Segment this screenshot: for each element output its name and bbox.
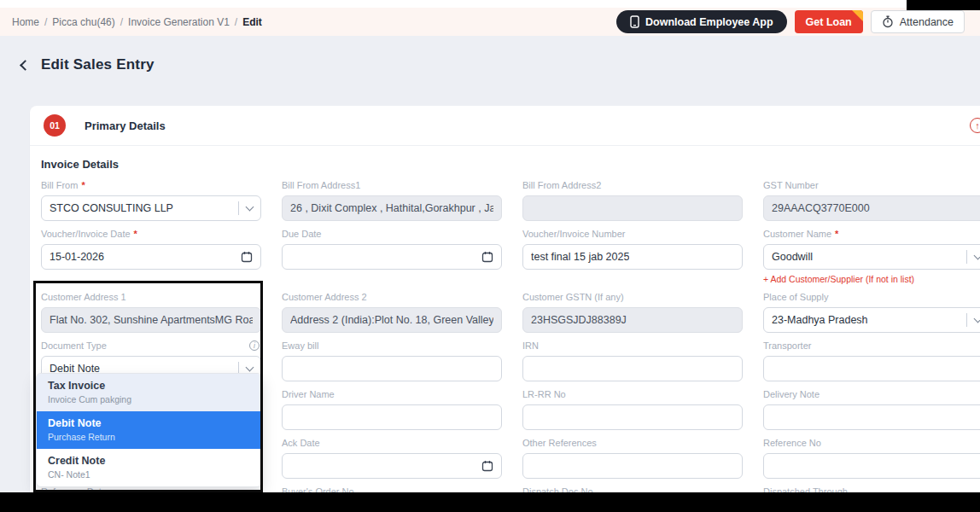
field-label: Ack Date bbox=[282, 438, 320, 448]
gst-number-input: 29AAACQ3770E000 bbox=[763, 195, 980, 221]
calendar-icon bbox=[481, 251, 493, 263]
attendance-button[interactable]: Attendance bbox=[871, 10, 965, 33]
page-title: Edit Sales Entry bbox=[41, 56, 155, 73]
field-lr-rr-no: LR-RR No bbox=[522, 388, 743, 430]
field-label: Customer GSTN (If any) bbox=[522, 292, 624, 302]
field-label: Customer Name bbox=[763, 229, 831, 239]
breadcrumb-section[interactable]: Invoice Generation V1 bbox=[128, 16, 230, 28]
field-label: Place of Supply bbox=[763, 292, 828, 302]
add-customer-link[interactable]: + Add Customer/Supplier (If not in list) bbox=[763, 274, 980, 284]
field-voucher-invoice-date: Voucher/Invoice Date* 15-01-2026 bbox=[41, 228, 261, 284]
collapse-up-arrow-icon[interactable]: ↑ bbox=[970, 118, 980, 133]
field-gst-number: GST Number 29AAACQ3770E000 bbox=[763, 179, 980, 221]
field-ack-date: Ack Date bbox=[282, 437, 502, 479]
ribbon-fold-icon bbox=[852, 10, 863, 21]
field-label: Bill From Address2 bbox=[522, 180, 601, 190]
field-due-date: Due Date bbox=[282, 228, 502, 284]
chevron-down-icon bbox=[246, 363, 254, 371]
field-label: Delivery Note bbox=[763, 389, 820, 399]
field-label: Eway bill bbox=[282, 340, 318, 351]
chevron-down-icon bbox=[974, 314, 980, 323]
get-loan-button[interactable]: Get Loan bbox=[795, 10, 863, 33]
card-title: Primary Details bbox=[85, 119, 166, 132]
download-employee-app-button[interactable]: Download Employee App bbox=[616, 10, 787, 33]
field-label: Customer Address 1 bbox=[41, 292, 126, 302]
step-number-badge: 01 bbox=[44, 114, 66, 137]
driver-name-input[interactable] bbox=[282, 404, 502, 430]
breadcrumb-project[interactable]: Picca chu(46) bbox=[52, 16, 114, 28]
field-label: Other References bbox=[522, 438, 597, 448]
info-icon[interactable]: i bbox=[249, 340, 260, 351]
transporter-input[interactable] bbox=[763, 356, 980, 381]
reference-no-input[interactable] bbox=[763, 453, 980, 479]
calendar-icon bbox=[481, 460, 493, 472]
voucher-invoice-date-input[interactable]: 15-01-2026 bbox=[41, 244, 261, 270]
field-label: Customer Address 2 bbox=[282, 292, 367, 302]
breadcrumb-current: Edit bbox=[242, 16, 262, 28]
breadcrumb-home[interactable]: Home bbox=[12, 16, 39, 28]
bill-from-select[interactable]: STCO CONSULTING LLP bbox=[41, 195, 261, 221]
field-label: Due Date bbox=[282, 229, 321, 239]
document-type-dropdown-menu: Tax Invoice Invoice Cum pakging Debit No… bbox=[36, 373, 262, 487]
dropdown-option-debit-note[interactable]: Debit Note Purchase Return bbox=[37, 411, 261, 449]
field-customer-address2: Customer Address 2 Address 2 (India):Plo… bbox=[282, 291, 502, 333]
field-label: Driver Name bbox=[282, 389, 335, 399]
bill-from-address1-input: 26 , Dixit Complex , Hathital,Gorakhpur … bbox=[282, 195, 502, 221]
letterbox-bottom bbox=[0, 492, 980, 512]
breadcrumb-separator: / bbox=[44, 16, 47, 28]
phone-icon bbox=[630, 15, 639, 28]
required-asterisk: * bbox=[835, 229, 838, 239]
field-label: GST Number bbox=[763, 180, 819, 190]
field-delivery-note: Delivery Note bbox=[763, 388, 980, 430]
place-of-supply-select[interactable]: 23-Madhya Pradesh bbox=[763, 307, 980, 333]
topbar-actions: Download Employee App Get Loan Attendanc… bbox=[616, 10, 965, 33]
stopwatch-icon bbox=[882, 15, 894, 28]
top-bar: Home / Picca chu(46) / Invoice Generatio… bbox=[0, 0, 980, 36]
dropdown-option-credit-note[interactable]: Credit Note CN- Note1 bbox=[37, 449, 261, 486]
field-bill-from-address2: Bill From Address2 bbox=[522, 179, 743, 221]
lr-rr-no-input[interactable] bbox=[522, 404, 743, 430]
ack-date-input[interactable] bbox=[282, 453, 502, 479]
customer-address1-input: Flat No. 302, Sunshine ApartmentsMG Road… bbox=[41, 307, 261, 333]
dropdown-option-tax-invoice[interactable]: Tax Invoice Invoice Cum pakging bbox=[37, 374, 261, 411]
back-icon[interactable] bbox=[20, 60, 31, 71]
bill-from-address2-input bbox=[522, 195, 743, 221]
card-header: 01 Primary Details ↑ bbox=[30, 106, 980, 146]
other-references-input[interactable] bbox=[522, 453, 743, 479]
field-irn: IRN bbox=[522, 340, 743, 381]
irn-input[interactable] bbox=[522, 356, 743, 381]
field-label: Bill From bbox=[41, 180, 78, 190]
chevron-down-icon bbox=[246, 202, 254, 211]
field-label: Bill From Address1 bbox=[282, 180, 360, 190]
breadcrumb-separator: / bbox=[235, 16, 237, 28]
field-voucher-invoice-number: Voucher/Invoice Number test final 15 jab… bbox=[522, 228, 743, 284]
customer-gstn-input: 23HSGSJDJ88389J bbox=[522, 307, 743, 333]
page-header: Edit Sales Entry bbox=[21, 56, 155, 73]
field-bill-from: Bill From* STCO CONSULTING LLP bbox=[41, 179, 261, 221]
letterbox-top-right bbox=[907, 0, 980, 10]
field-transporter: Transporter bbox=[763, 340, 980, 381]
attendance-label: Attendance bbox=[900, 16, 954, 28]
field-label: Document Type bbox=[41, 340, 107, 351]
eway-bill-input[interactable] bbox=[282, 356, 502, 381]
breadcrumb-separator: / bbox=[120, 16, 123, 28]
section-title: Invoice Details bbox=[41, 158, 980, 171]
field-bill-from-address1: Bill From Address1 26 , Dixit Complex , … bbox=[282, 179, 502, 221]
field-customer-name: Customer Name* Goodwill + Add Customer/S… bbox=[763, 228, 980, 284]
field-label: LR-RR No bbox=[522, 389, 566, 399]
delivery-note-input[interactable] bbox=[763, 404, 980, 430]
field-place-of-supply: Place of Supply 23-Madhya Pradesh bbox=[763, 291, 980, 333]
due-date-input[interactable] bbox=[282, 244, 502, 270]
customer-name-select[interactable]: Goodwill bbox=[763, 244, 980, 270]
calendar-icon bbox=[241, 251, 253, 263]
field-label: IRN bbox=[522, 340, 539, 351]
chevron-down-icon bbox=[974, 251, 980, 259]
required-asterisk: * bbox=[134, 229, 137, 239]
field-label: Voucher/Invoice Number bbox=[522, 229, 625, 239]
field-label: Reference No bbox=[763, 438, 821, 448]
customer-address2-input: Address 2 (India):Plot No. 18, Green Val… bbox=[282, 307, 502, 333]
voucher-invoice-number-input[interactable]: test final 15 jab 2025 bbox=[522, 244, 743, 270]
get-loan-label: Get Loan bbox=[806, 16, 852, 28]
field-eway-bill: Eway bill bbox=[282, 340, 502, 381]
field-other-references: Other References bbox=[522, 437, 743, 479]
